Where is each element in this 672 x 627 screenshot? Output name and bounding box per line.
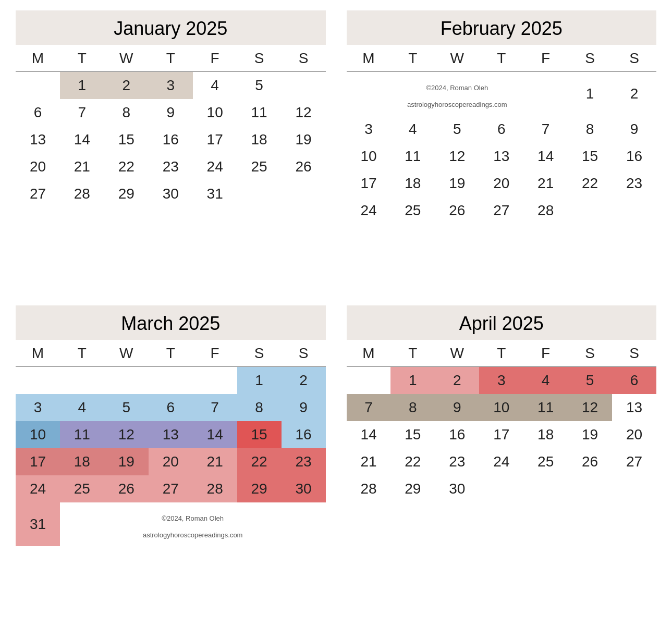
table-row: 28 29 30 (347, 475, 657, 502)
day-header-sat: S (237, 340, 282, 366)
table-cell: 12 (282, 99, 326, 126)
day-header-wed: W (435, 45, 479, 71)
table-cell: 10 (16, 421, 60, 448)
table-cell: 30 (435, 475, 479, 502)
table-cell (16, 71, 60, 99)
table-cell: 28 (523, 197, 568, 224)
table-cell: 28 (347, 475, 391, 502)
table-cell: 1 (237, 366, 282, 394)
calendar-january: January 2025 M T W T F S S 1 2 3 4 5 (5, 5, 336, 300)
table-cell: 18 (390, 170, 435, 197)
day-header-wed: W (104, 340, 149, 366)
table-row: 20 21 22 23 24 25 26 (16, 153, 326, 180)
copyright-cell: ©2024, Roman Oleh astrologyhoroscoperead… (60, 502, 326, 546)
calendar-april: April 2025 M T W T F S S 1 2 3 4 5 6 (336, 300, 667, 622)
table-row: 13 14 15 16 17 18 19 (16, 126, 326, 153)
table-cell: 5 (568, 366, 612, 394)
table-cell: 10 (347, 143, 391, 170)
table-cell: 21 (60, 153, 104, 180)
day-header-tue: T (390, 45, 435, 71)
table-cell: 8 (237, 394, 282, 421)
table-cell: 9 (149, 99, 193, 126)
table-row: 17 18 19 20 21 22 23 (347, 170, 657, 197)
table-cell: 15 (390, 421, 435, 448)
table-cell: 2 (282, 366, 326, 394)
table-cell: 26 (435, 197, 479, 224)
day-header-sun: S (612, 45, 656, 71)
table-cell: 24 (193, 153, 237, 180)
table-cell: 6 (612, 366, 656, 394)
table-cell: 20 (479, 170, 523, 197)
table-cell: 13 (612, 394, 656, 421)
table-cell: 2 (104, 71, 149, 99)
table-cell: 28 (193, 475, 237, 502)
table-row: 10 11 12 13 14 15 16 (347, 143, 657, 170)
copyright-text: ©2024, Roman Oleh astrologyhoroscoperead… (407, 84, 507, 108)
table-row: 1 2 3 4 5 (16, 71, 326, 99)
table-cell (479, 475, 523, 502)
table-cell: 12 (435, 143, 479, 170)
february-title: February 2025 (347, 10, 657, 45)
table-cell: 14 (523, 143, 568, 170)
table-cell: 29 (104, 180, 149, 207)
table-cell: 20 (16, 153, 60, 180)
table-row: 3 4 5 6 7 8 9 (16, 394, 326, 421)
table-cell: 8 (104, 99, 149, 126)
table-cell: 14 (193, 421, 237, 448)
table-cell: 18 (60, 448, 104, 475)
table-cell (193, 366, 237, 394)
table-row: 27 28 29 30 31 (16, 180, 326, 207)
table-cell: 12 (568, 394, 612, 421)
day-header-tue: T (390, 340, 435, 366)
table-cell (237, 180, 282, 207)
table-cell: 22 (568, 170, 612, 197)
table-cell: 14 (347, 421, 391, 448)
table-cell: 19 (435, 170, 479, 197)
day-header-fri: F (523, 340, 568, 366)
day-header-fri: F (193, 45, 237, 71)
table-cell (60, 366, 104, 394)
day-header-mon: M (347, 340, 391, 366)
table-cell: 4 (390, 116, 435, 143)
table-cell: 25 (60, 475, 104, 502)
table-cell: 19 (104, 448, 149, 475)
table-cell: 11 (390, 143, 435, 170)
table-cell: 3 (479, 366, 523, 394)
table-cell: 26 (568, 448, 612, 475)
table-cell: 25 (237, 153, 282, 180)
table-cell: 24 (479, 448, 523, 475)
table-cell: 18 (237, 126, 282, 153)
table-cell: 3 (149, 71, 193, 99)
table-cell: 1 (390, 366, 435, 394)
table-cell: 1 (60, 71, 104, 99)
table-cell (568, 197, 612, 224)
table-cell: 13 (16, 126, 60, 153)
table-cell: 24 (16, 475, 60, 502)
table-cell: 11 (60, 421, 104, 448)
table-cell: 16 (282, 421, 326, 448)
table-cell: 15 (568, 143, 612, 170)
table-cell: 3 (347, 116, 391, 143)
table-cell: 30 (149, 180, 193, 207)
day-header-tue: T (60, 340, 104, 366)
table-row: 10 11 12 13 14 15 16 (16, 421, 326, 448)
table-row: 6 7 8 9 10 11 12 (16, 99, 326, 126)
table-cell (568, 475, 612, 502)
table-cell: 30 (282, 475, 326, 502)
table-cell: 27 (16, 180, 60, 207)
table-cell: 21 (523, 170, 568, 197)
table-cell: 27 (479, 197, 523, 224)
table-cell: 3 (16, 394, 60, 421)
table-cell (347, 366, 391, 394)
table-cell: 17 (16, 448, 60, 475)
day-header-thu: T (149, 45, 193, 71)
table-cell: 14 (60, 126, 104, 153)
day-header-sun: S (612, 340, 656, 366)
table-cell: 17 (193, 126, 237, 153)
table-cell: 6 (149, 394, 193, 421)
day-header-thu: T (479, 340, 523, 366)
table-cell (104, 366, 149, 394)
table-cell: 19 (568, 421, 612, 448)
table-cell: 16 (435, 421, 479, 448)
table-cell: 22 (104, 153, 149, 180)
